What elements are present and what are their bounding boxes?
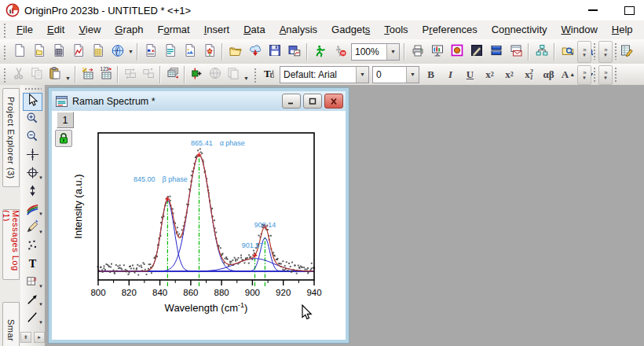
menu-graph[interactable]: Graph [108,20,150,39]
data-selector-button[interactable] [23,183,42,201]
run-script-button[interactable] [310,42,330,61]
line-tool-button[interactable]: ▼ [23,310,42,328]
new-function-button[interactable]: f [108,42,127,61]
font-name-combo[interactable]: Default: Arial▼ [280,66,369,83]
bold-button[interactable]: B [421,66,441,83]
greek-button[interactable]: αβ [539,66,558,83]
new-graph-button[interactable] [68,42,88,61]
menu-connectivity[interactable]: Connectivity [485,20,554,39]
subscript-button[interactable]: x2 [499,66,519,83]
new-image-button[interactable] [180,42,199,61]
save-window-button[interactable] [284,42,304,61]
regional-mask-button[interactable]: ▼ [23,201,42,219]
graph-close-button[interactable] [324,94,343,109]
panel-tab-smar[interactable]: Smar [2,302,20,346]
increase-font-button[interactable]: A▲ [558,66,578,83]
reimport-direct-button[interactable] [139,65,157,83]
menu-insert[interactable]: Insert [197,20,237,39]
supersubscript-button[interactable]: x21 [519,66,539,83]
open-button[interactable] [225,42,245,61]
new-template-button[interactable] [199,42,219,61]
web-connect-button[interactable] [206,65,224,83]
chevron-down-icon[interactable]: ▼ [356,67,368,83]
style-painter-button[interactable] [467,42,486,61]
underline-button[interactable]: U [460,66,480,83]
toolbar-drag-handle[interactable] [3,44,7,60]
menubar-drag-handle[interactable] [3,22,7,38]
toolbar-overflow-button[interactable]: »▼ [598,41,613,63]
menu-format[interactable]: Format [150,20,196,39]
cut-button[interactable] [9,65,27,83]
image-window-button[interactable] [447,42,467,61]
toolbar-drag-handle[interactable] [3,67,7,83]
panel-tab-messages-log[interactable]: Messages Log (1) [2,209,20,280]
new-project-button[interactable] [9,42,29,61]
data-reader-button[interactable]: ▼ [23,165,42,183]
toolbar-drag-handle[interactable] [593,42,596,60]
tools-collapse-button[interactable]: ⇟ [20,332,31,343]
toolbar-drag-handle[interactable] [254,67,258,83]
menu-preferences[interactable]: Preferences [415,20,485,39]
data-connector-button[interactable] [188,65,206,83]
pointer-button[interactable] [23,93,42,111]
tools-expand-button[interactable]: ▸ [34,332,45,343]
menu-view[interactable]: View [71,20,108,39]
analysis-lock-icon[interactable] [55,130,72,147]
menu-gadgets[interactable]: Gadgets [324,20,377,39]
panel-tab-project-explorer[interactable]: Project Explorer (3) [2,88,20,187]
superscript-button[interactable]: x2 [480,66,499,83]
toolbar-dropdown-arrow[interactable]: ▼ [64,65,72,83]
new-folder-button[interactable] [29,42,49,61]
chevron-down-icon[interactable]: ▼ [127,42,134,61]
chevron-down-icon[interactable]: ▼ [38,212,43,216]
chevron-down-icon[interactable]: ▼ [38,320,43,325]
new-matrix-button[interactable] [88,42,108,61]
menu-help[interactable]: Help [605,20,640,39]
tile-windows-button[interactable] [486,42,506,61]
graph-restore-button[interactable] [303,94,322,109]
new-workbook-button[interactable] [49,42,68,61]
new-layout-button[interactable] [141,42,160,61]
toolbar-overflow-button[interactable]: »▼ [577,65,591,85]
chevron-down-icon[interactable]: ▼ [38,284,43,289]
menu-edit[interactable]: Edit [40,20,71,39]
copy-button[interactable] [27,65,46,83]
stop-script-button[interactable] [330,42,349,61]
draw-data-button[interactable]: ▼ [23,219,42,237]
toolbar-overflow-button[interactable]: »▼ [598,65,613,85]
zoom-out-button[interactable] [23,129,42,147]
font-size-combo[interactable]: 0▼ [372,66,419,83]
edit-metadata-button[interactable] [617,42,636,61]
maximize-button[interactable] [619,3,639,17]
project-explorer-button[interactable] [532,42,551,61]
tools-drag-handle[interactable] [24,87,42,91]
annotation-button[interactable]: a▼ [23,274,42,292]
graph-minimize-button[interactable] [282,94,301,109]
chevron-down-icon[interactable]: ▼ [38,175,43,180]
menu-data[interactable]: Data [236,20,272,39]
toolbar-dropdown-arrow[interactable]: ▼ [242,65,251,83]
chevron-down-icon[interactable]: ▼ [386,44,399,60]
reimport-button[interactable] [121,65,139,83]
minimize-button[interactable] [583,3,603,17]
screen-reader-button[interactable] [23,147,42,165]
chevron-down-icon[interactable]: ▼ [38,230,43,234]
menu-file[interactable]: File [9,20,40,39]
send-email-button[interactable] [506,42,525,61]
find-in-project-button[interactable] [558,42,577,61]
graph-window-title-bar[interactable]: Raman Spectrum * [52,91,346,112]
toolbar-drag-handle[interactable] [593,67,596,82]
menu-tools[interactable]: Tools [377,20,415,39]
toolbar-drag-handle[interactable] [614,42,617,60]
menu-analysis[interactable]: Analysis [273,20,324,39]
peak-annotations[interactable]: 845.00 β phase865.41 α phase901.57908.14 [134,139,276,249]
chevron-down-icon[interactable]: ▼ [406,67,419,83]
arrow-tool-button[interactable]: ▼ [23,292,42,310]
clone-import-button[interactable] [224,65,242,83]
slide-show-button[interactable] [427,42,447,61]
zoom-in-button[interactable] [23,111,42,129]
page-number-tab[interactable]: 1 [57,112,74,128]
font-tool-button[interactable]: Tr [260,65,278,83]
chevron-down-icon[interactable]: ▼ [38,302,43,307]
save-project-button[interactable] [265,42,284,61]
